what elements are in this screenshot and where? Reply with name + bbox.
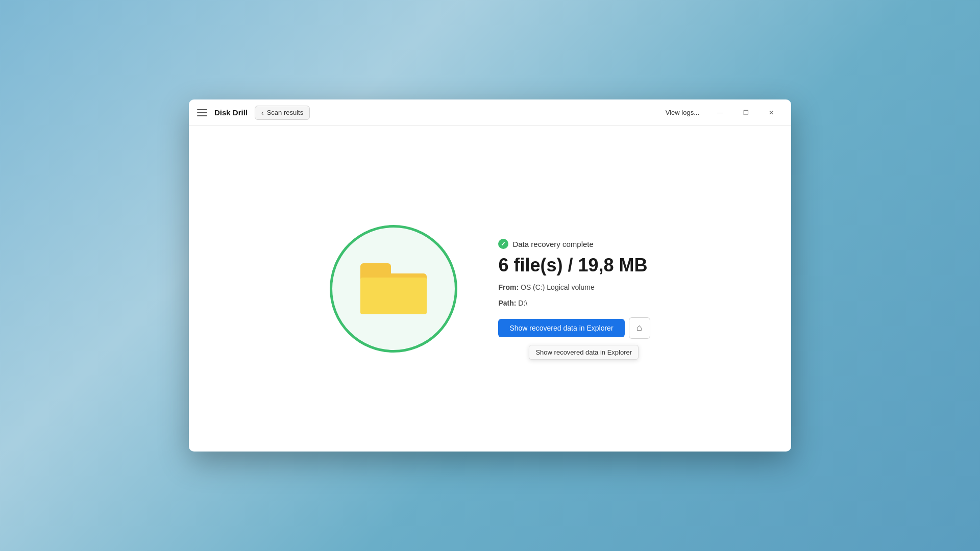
tooltip: Show recovered data in Explorer [529,345,639,360]
path-label: Path: [498,299,516,307]
path-value: D:\ [518,299,527,307]
show-explorer-button[interactable]: Show recovered data in Explorer [498,319,624,337]
breadcrumb-button[interactable]: ‹ Scan results [255,106,310,120]
home-button[interactable]: ⌂ [629,317,650,339]
titlebar-right: View logs... — ❐ ✕ [658,105,783,121]
files-count: 6 file(s) / 19,8 MB [498,255,650,276]
from-row: From: OS (C:) Logical volume [498,282,650,293]
hamburger-icon[interactable] [197,109,207,116]
folder-body-inner [360,278,427,314]
close-button[interactable]: ✕ [760,105,783,121]
folder-icon [360,263,427,314]
from-label: From: [498,283,519,291]
titlebar: Disk Drill ‹ Scan results View logs... —… [189,99,791,126]
back-arrow-icon: ‹ [261,109,264,117]
status-text: Data recovery complete [512,240,593,248]
path-row: Path: D:\ [498,299,650,307]
titlebar-left: Disk Drill ‹ Scan results [197,106,310,120]
from-value: OS (C:) Logical volume [521,283,595,291]
app-title: Disk Drill [214,108,248,117]
actions-row: Show recovered data in Explorer ⌂ Show r… [498,317,650,339]
home-icon: ⌂ [636,322,642,333]
main-content: ✓ Data recovery complete 6 file(s) / 19,… [189,126,791,452]
app-window: Disk Drill ‹ Scan results View logs... —… [189,99,791,452]
status-check-icon: ✓ [498,239,508,249]
info-panel: ✓ Data recovery complete 6 file(s) / 19,… [498,239,650,339]
minimize-button[interactable]: — [708,105,732,121]
folder-body [360,273,427,314]
recovery-container: ✓ Data recovery complete 6 file(s) / 19,… [330,225,650,353]
folder-illustration [330,225,457,353]
maximize-button[interactable]: ❐ [734,105,757,121]
status-row: ✓ Data recovery complete [498,239,650,249]
breadcrumb-label: Scan results [267,109,304,116]
view-logs-button[interactable]: View logs... [658,106,706,119]
